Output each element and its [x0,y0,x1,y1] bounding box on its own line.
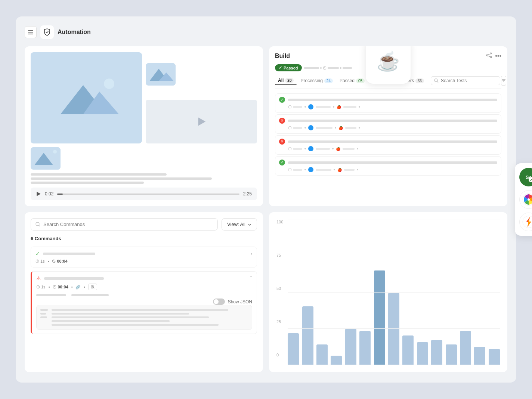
check-icon: ✓ [35,251,40,257]
meta-bar-3 [343,67,352,69]
app-logo [40,25,54,39]
progress-fill [57,194,63,195]
table-row[interactable]: ✓ 🍎 [275,156,501,176]
video-row-2 [31,147,142,170]
y-label-25: 25 [276,319,283,324]
tag-pill [308,167,313,172]
video-panel: 0:02 2:25 [25,46,263,206]
table-row[interactable]: ✕ 🍎 [275,114,501,134]
y-label-100: 100 [276,220,283,224]
video-play-area[interactable] [146,100,257,143]
video-thumb-small-1 [146,63,176,86]
json-text-line [52,324,219,326]
test-meta-time [288,105,302,109]
grid-line [288,220,500,220]
cmd-duration: 00:04 [53,285,68,289]
tab-processing[interactable]: Processing 24 [297,77,336,85]
platform-icon: 🍎 [337,105,341,109]
cmd-time: 1s [35,259,45,263]
svg-rect-2 [28,34,33,34]
toggle-knob [214,299,219,304]
json-line-indicator [40,309,48,311]
svg-line-34 [37,261,38,262]
json-text-line [52,316,209,318]
tab-all[interactable]: All 20 [275,76,297,85]
y-label-50: 50 [276,286,283,291]
tab-passed[interactable]: Passed 05 [337,77,368,85]
cmd-meta-row: 1s • 00:04 • 🔗 • 激 [36,284,252,290]
play-button[interactable] [36,191,41,197]
selenium-icon[interactable]: Se ✓ [519,168,532,186]
grid-line [288,328,500,329]
share-button[interactable] [486,52,492,60]
test-meta-row: 🍎 [279,125,497,130]
y-label-75: 75 [276,253,283,257]
filter-button[interactable] [501,76,506,86]
svg-point-27 [288,126,291,129]
video-thumb-small-2 [31,147,61,170]
list-item[interactable]: ⚠ ˅ 1s • 00:04 • 🔗 [31,271,257,334]
json-text-line [52,313,189,315]
json-line-indicator [40,313,46,315]
search-commands-input[interactable] [43,222,213,227]
svg-point-28 [288,147,291,150]
menu-button[interactable] [25,26,37,38]
more-button[interactable]: ••• [495,53,501,59]
text-lines-1 [178,66,184,83]
cmd-name-bar [43,253,95,255]
video-content [31,52,257,173]
table-row[interactable]: ✕ 🍎 [275,135,501,155]
svg-line-43 [55,287,55,287]
tag-badge: 激 [88,284,97,290]
show-json-toggle[interactable] [213,299,225,305]
svg-rect-1 [28,32,33,33]
time-total: 2:25 [243,191,252,197]
search-commands-row: View: All [31,218,257,231]
search-tests-input[interactable] [441,78,497,83]
test-meta-time [288,126,302,130]
video-controls: 0:02 2:25 [31,188,257,200]
test-rows: ✓ 🍎 [275,93,501,176]
chart-grid-lines [288,220,500,365]
commands-count: 6 Commands [31,234,257,243]
grid-line [288,365,500,365]
svg-point-15 [490,56,492,58]
status-pass-icon: ✓ [279,97,285,103]
cmd-time: 1s [36,285,46,289]
show-json-label: Show JSON [228,299,252,304]
small-bar [344,169,355,171]
search-icon [434,78,439,83]
json-text-line [52,320,170,322]
command-status-row: ⚠ [36,275,104,281]
tag-pill [308,104,313,109]
command-status-row: ✓ [35,251,95,257]
svg-point-26 [288,105,291,108]
meta-bar [304,67,319,69]
svg-point-6 [104,78,114,89]
show-json-row: Show JSON [36,299,252,305]
build-actions: ••• [486,52,501,60]
test-name-bar [288,161,497,164]
progress-bar[interactable] [57,194,239,195]
cmd-extra-row [36,294,252,296]
chart-panel: 100 75 50 25 0 [269,212,507,372]
search-tests-box[interactable] [431,76,500,85]
bolt-icon[interactable] [519,213,532,231]
pinwheel-icon[interactable] [519,190,532,209]
java-icon-container: ☕ [366,46,411,84]
cmd-duration: 00:04 [52,259,67,263]
small-bar [316,127,332,129]
svg-point-13 [490,53,492,54]
svg-point-49 [528,198,530,201]
test-meta-row: 🍎 [279,146,497,151]
svg-point-14 [486,55,488,56]
list-item[interactable]: ✓ › 1s • 00:04 [31,247,257,267]
svg-line-16 [488,54,490,55]
table-row[interactable]: ✓ 🍎 [275,93,501,113]
test-name-bar [288,140,497,143]
grid-line [288,292,500,293]
search-commands-box[interactable] [31,218,218,231]
main-container: Automation [16,16,516,383]
view-select[interactable]: View: All [222,218,257,231]
svg-line-22 [437,81,438,83]
